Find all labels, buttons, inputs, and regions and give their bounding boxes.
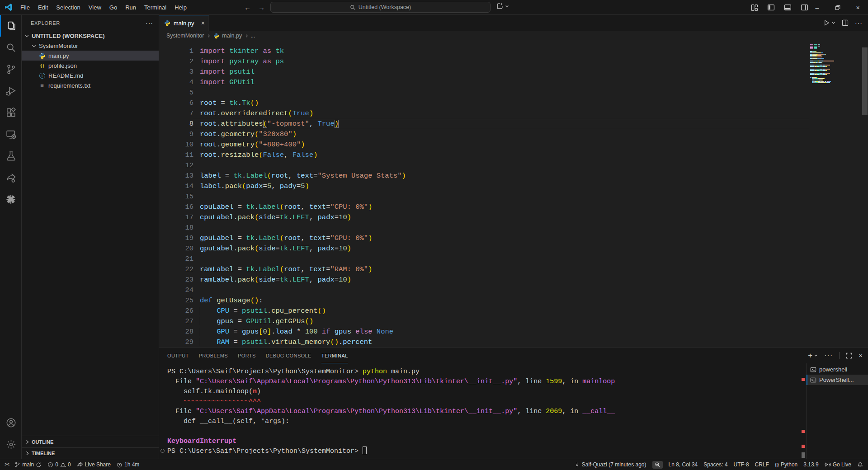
live-share-status[interactable]: Live Share [77,461,111,468]
tab-mainpy[interactable]: main.py × [159,15,209,31]
zoom-indicator[interactable] [652,461,663,469]
python-version[interactable]: 3.13.9 [803,461,818,468]
code-line[interactable]: 20gpuLabel.pack(side=tk.LEFT, padx=10) [159,244,809,254]
panel-more-actions-icon[interactable]: ··· [824,352,833,360]
code-line[interactable]: 19gpuLabel = tk.Label(root, text="GPU: 0… [159,233,809,244]
eol-sequence[interactable]: CRLF [755,461,769,468]
file-row-profilejson[interactable]: { } profile.json [22,61,159,70]
code-line[interactable]: 10root.geometry("+800+400") [159,140,809,150]
run-debug-icon[interactable] [0,80,22,102]
indentation[interactable]: Spaces: 4 [703,461,727,468]
code-line[interactable]: 12 [159,160,809,171]
testing-icon[interactable] [0,145,22,167]
search-view-icon[interactable] [0,37,22,58]
code-line[interactable]: 3import psutil [159,67,809,77]
code-line[interactable]: 5 [159,88,809,98]
run-python-button[interactable] [823,19,835,26]
breadcrumb-file[interactable]: main.py [222,33,242,39]
restore-button[interactable] [827,0,848,15]
explorer-more-actions-icon[interactable]: ··· [146,19,153,27]
command-center-search[interactable]: Untitled (Workspace) [270,2,491,13]
editor-scrollbar[interactable] [862,41,868,347]
code-line[interactable]: 7root.overrideredirect(True) [159,108,809,119]
new-terminal-button[interactable]: + [808,351,818,360]
back-arrow-icon[interactable]: ← [244,4,251,11]
minimize-button[interactable]: – [807,0,827,15]
cursor-position[interactable]: Ln 8, Col 34 [669,461,698,468]
close-panel-icon[interactable]: × [859,352,863,359]
folder-row-systemmonitor[interactable]: SystemMonitor [22,41,159,51]
terminal-scrollbar-thumb[interactable] [802,452,805,458]
split-editor-icon[interactable] [842,19,849,26]
code-line[interactable]: 18 [159,223,809,233]
git-commit-author[interactable]: Saif-Quazi (7 minutes ago) [574,461,646,468]
toggle-panel-icon[interactable] [784,4,792,11]
code-line[interactable]: 13label = tk.Label(root, text="System Us… [159,171,809,181]
menu-file[interactable]: File [16,0,34,14]
git-branch-status[interactable]: main [14,461,42,468]
tab-debug-console[interactable]: DEBUG CONSOLE [266,348,311,363]
close-window-button[interactable]: × [848,0,868,15]
code-line[interactable]: 26 CPU = psutil.cpu_percent() [159,306,809,316]
code-line[interactable]: 22ramLabel = tk.Label(root, text="RAM: 0… [159,264,809,275]
maximize-panel-icon[interactable] [846,352,852,359]
remote-explorer-icon[interactable] [0,123,22,145]
timeline-section[interactable]: TIMELINE [22,447,159,459]
code-line[interactable]: 28 GPU = gpus[0].load * 100 if gpus else… [159,327,809,337]
terminal-output[interactable]: PS C:\Users\Saif\Projects\Python\SystemM… [159,363,801,459]
menu-run[interactable]: Run [121,0,140,14]
terminal-item-powershell[interactable]: powershell [807,364,868,375]
code-line[interactable]: 11root.resizable(False, False) [159,150,809,160]
terminal-item-powershell-selected[interactable]: PowerShell... [807,375,868,385]
editor-more-actions-icon[interactable]: ··· [855,19,863,27]
forward-arrow-icon[interactable]: → [258,4,265,11]
code-line[interactable]: 1import tkinter as tk [159,46,809,56]
tab-terminal[interactable]: TERMINAL [321,348,348,363]
code-line[interactable]: 9root.geometry("320x80") [159,129,809,140]
code-line[interactable]: 25def getUsage(): [159,296,809,306]
file-row-readme[interactable]: i README.md [22,70,159,80]
minimap[interactable] [810,44,861,84]
customize-layout-icon[interactable] [751,4,758,11]
file-row-requirements[interactable]: ≡ requirements.txt [22,80,159,90]
code-line[interactable]: 27 gpus = GPUtil.getGPUs() [159,316,809,327]
tab-output[interactable]: OUTPUT [167,348,189,363]
menu-selection[interactable]: Selection [52,0,84,14]
code-line[interactable]: 4import GPUtil [159,77,809,88]
timer-status[interactable]: 1h 4m [117,461,139,468]
breadcrumb-symbol[interactable]: ... [250,33,255,39]
toggle-primary-sidebar-icon[interactable] [767,4,775,11]
extension-flower-icon[interactable] [0,188,22,210]
copilot-menu[interactable] [496,2,509,10]
code-line[interactable]: 21 [159,254,809,264]
tab-ports[interactable]: PORTS [238,348,256,363]
live-share-icon[interactable] [0,167,22,188]
go-live-status[interactable]: Go Live [825,461,851,468]
tab-problems[interactable]: PROBLEMS [199,348,228,363]
code-editor[interactable]: 1import tkinter as tk2import pystray as … [159,41,868,347]
menu-terminal[interactable]: Terminal [140,0,170,14]
tab-close-icon[interactable]: × [201,19,205,27]
outline-section[interactable]: OUTLINE [22,436,159,447]
language-mode[interactable]: {} Python [775,461,797,468]
source-control-icon[interactable] [0,58,22,80]
encoding[interactable]: UTF-8 [734,461,749,468]
code-line[interactable]: 29 RAM = psutil.virtual_memory().percent [159,337,809,347]
menu-view[interactable]: View [85,0,105,14]
menu-edit[interactable]: Edit [34,0,52,14]
remote-indicator[interactable]: >< [5,462,9,467]
notifications-bell[interactable] [857,461,863,468]
code-line[interactable]: 8root.attributes("-topmost", True) [159,119,809,129]
code-line[interactable]: 24 [159,285,809,296]
scrollbar-thumb[interactable] [862,47,868,115]
explorer-icon[interactable] [0,15,22,37]
workspace-root-row[interactable]: UNTITLED (WORKSPACE) [22,31,159,41]
account-icon[interactable] [0,412,22,433]
code-line[interactable]: 14label.pack(padx=5, pady=5) [159,181,809,192]
menu-help[interactable]: Help [170,0,191,14]
code-line[interactable]: 2import pystray as ps [159,56,809,67]
file-row-mainpy[interactable]: main.py [22,51,159,61]
code-lines[interactable]: 1import tkinter as tk2import pystray as … [159,41,809,347]
breadcrumb-folder[interactable]: SystemMonitor [166,33,204,39]
code-line[interactable]: 16cpuLabel = tk.Label(root, text="CPU: 0… [159,202,809,212]
